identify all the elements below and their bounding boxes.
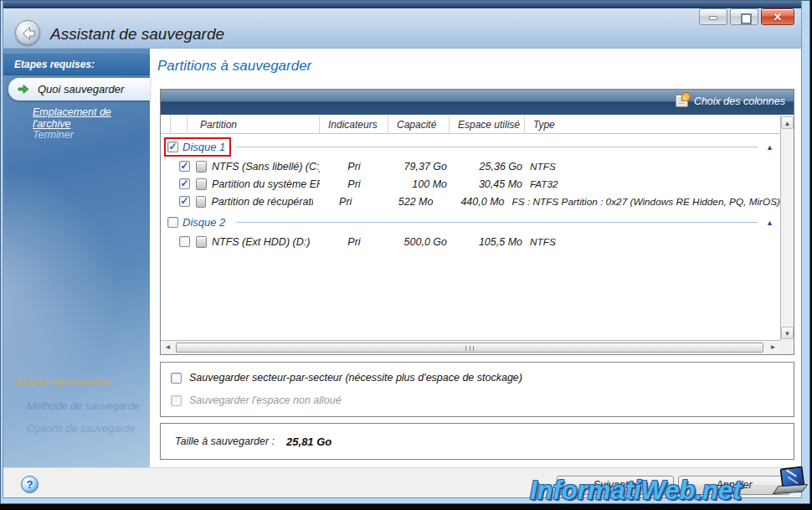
partition-name: Partition de récupération	[211, 196, 313, 208]
partition-capacity: 100 Mo	[388, 178, 450, 190]
scrollbar-corner	[780, 340, 794, 354]
partition-row[interactable]: NTFS (Ext HDD) (D:) Pri 500,0 Go 105,5 M…	[161, 233, 780, 250]
sidebar-item-options: Options de sauvegarde	[27, 423, 135, 435]
page-title: Partitions à sauvegarder	[157, 58, 311, 75]
table-header-row: Partition Indicateurs Capacité Espace ut…	[161, 116, 780, 134]
maximize-button[interactable]	[730, 8, 758, 25]
scroll-up-icon[interactable]: ▲	[781, 116, 794, 129]
thumb-grip	[465, 346, 474, 351]
column-capacite[interactable]: Capacité	[388, 116, 450, 133]
unallocated-space-label: Sauvegarder l'espace non alloué	[189, 394, 342, 406]
partition-checkbox[interactable]: ✓	[179, 161, 190, 172]
partition-icon	[196, 236, 207, 248]
sidebar: Etapes requises: Quoi sauvegarder Emplac…	[3, 49, 150, 467]
table-body: ✓ Disque 1 ▲ ✓ NTFS (Sans libellé) (C:) …	[161, 135, 780, 340]
partition-row[interactable]: ✓ NTFS (Sans libellé) (C:) Pri 79,37 Go …	[161, 157, 780, 175]
choose-columns-button[interactable]: Choix des colonnes	[676, 95, 785, 107]
window-title: Assistant de sauvegarde	[50, 25, 224, 44]
partition-checkbox[interactable]: ✓	[179, 196, 190, 207]
size-label: Taille à sauvegarder :	[175, 435, 275, 447]
partition-type: NTFS	[525, 161, 780, 173]
disk-label: Disque 1	[182, 141, 225, 153]
disk-group-row: ✓ Disque 1 ▲	[161, 137, 780, 157]
laptop-icon	[781, 467, 804, 493]
collapse-chevron-icon[interactable]: ▲	[766, 219, 773, 227]
partition-indicator: Pri	[313, 196, 378, 208]
sidebar-item-quoi-sauvegarder[interactable]: Quoi sauvegarder	[8, 78, 150, 100]
close-button[interactable]: ✕	[761, 8, 794, 25]
sidebar-item-methode: Méthode de sauvegarde	[27, 400, 140, 412]
partition-indicator: Pri	[320, 161, 388, 173]
partition-type: FAT32	[525, 178, 780, 190]
window-content: ✕ Assistant de sauvegarde Etapes requise…	[3, 1, 802, 498]
sector-by-sector-label: Sauvegarder secteur-par-secteur (nécessi…	[189, 372, 522, 384]
laptop-base	[773, 484, 809, 494]
wizard-header: Assistant de sauvegarde	[3, 8, 801, 49]
partition-name: NTFS (Ext HDD) (D:)	[212, 236, 320, 248]
current-step-arrow-icon	[18, 84, 29, 95]
choose-columns-label: Choix des colonnes	[694, 95, 785, 107]
partition-used-space: 25,36 Go	[450, 161, 525, 173]
vertical-scrollbar[interactable]: ▲ ▼	[780, 116, 794, 340]
column-type[interactable]: Type	[525, 116, 780, 133]
partition-indicator: Pri	[320, 236, 388, 248]
disk-group-row: Disque 2 ▲	[161, 212, 780, 233]
sidebar-item-emplacement-archive[interactable]: Emplacement de l'archive	[33, 106, 150, 130]
sector-by-sector-checkbox[interactable]	[171, 373, 182, 384]
title-bar	[3, 1, 801, 8]
scrollbar-thumb[interactable]	[176, 343, 763, 353]
table-toolbar: Choix des colonnes	[161, 90, 794, 115]
partition-checkbox[interactable]	[179, 236, 190, 247]
disk-checkbox[interactable]	[167, 217, 178, 228]
column-icon	[171, 116, 188, 133]
partition-icon	[196, 178, 207, 190]
window-controls: ✕	[699, 8, 794, 25]
columns-icon	[676, 95, 688, 107]
group-divider-line	[236, 222, 758, 223]
sector-by-sector-option: Sauvegarder secteur-par-secteur (nécessi…	[171, 372, 522, 384]
size-value: 25,81 Go	[286, 435, 331, 448]
disk-checkbox[interactable]: ✓	[167, 142, 178, 152]
optional-steps-header: Etapes optionnelles:	[16, 376, 114, 388]
back-button[interactable]	[15, 20, 40, 45]
partition-used-space: 105,5 Mo	[450, 236, 525, 248]
partition-used-space: 30,45 Mo	[450, 178, 525, 190]
partition-type: FS : NTFS Partition : 0x27 (Windows RE H…	[507, 196, 780, 208]
collapse-chevron-icon[interactable]: ▲	[766, 143, 773, 152]
next-button[interactable]: Suivant >	[557, 476, 674, 495]
close-icon: ✕	[762, 11, 794, 23]
column-select	[161, 116, 171, 133]
horizontal-scrollbar[interactable]: ◄ ►	[161, 340, 780, 354]
unallocated-space-checkbox	[171, 395, 182, 406]
column-espace-utilise[interactable]: Espace utilisé	[450, 116, 525, 133]
partition-capacity: 522 Mo	[378, 196, 435, 208]
sidebar-item-label: Quoi sauvegarder	[38, 83, 124, 95]
scroll-left-icon[interactable]: ◄	[162, 342, 174, 353]
partition-capacity: 79,37 Go	[388, 161, 450, 173]
disk-group-highlight: Disque 2	[164, 213, 231, 232]
application-window: ✕ Assistant de sauvegarde Etapes requise…	[0, 0, 810, 504]
scroll-down-icon[interactable]: ▼	[781, 327, 794, 339]
help-button[interactable]: ?	[21, 476, 39, 493]
partition-checkbox[interactable]: ✓	[179, 178, 190, 189]
disk-group-highlight: ✓ Disque 1	[164, 137, 231, 157]
scroll-right-icon[interactable]: ►	[767, 342, 779, 353]
group-divider-line	[236, 147, 758, 147]
partition-name: Partition du système EFI	[212, 178, 320, 190]
column-partition[interactable]: Partition	[188, 116, 320, 133]
partition-name: NTFS (Sans libellé) (C:)	[212, 161, 320, 173]
sidebar-item-terminer: Terminer	[33, 129, 74, 141]
column-indicateurs[interactable]: Indicateurs	[320, 116, 388, 133]
partition-icon	[196, 196, 206, 208]
backup-options-panel: Sauvegarder secteur-par-secteur (nécessi…	[160, 362, 794, 417]
partition-icon	[196, 161, 207, 173]
partition-used-space: 440,0 Mo	[435, 196, 506, 208]
unallocated-space-option: Sauvegarder l'espace non alloué	[171, 394, 342, 406]
required-steps-header: Etapes requises:	[3, 54, 150, 75]
minimize-button[interactable]	[699, 8, 727, 25]
partition-capacity: 500,0 Go	[388, 236, 450, 248]
disk-label: Disque 2	[182, 216, 225, 229]
partition-row[interactable]: ✓ Partition du système EFI Pri 100 Mo 30…	[161, 175, 780, 193]
partition-indicator: Pri	[320, 178, 388, 190]
partition-row[interactable]: ✓ Partition de récupération Pri 522 Mo 4…	[161, 193, 780, 210]
